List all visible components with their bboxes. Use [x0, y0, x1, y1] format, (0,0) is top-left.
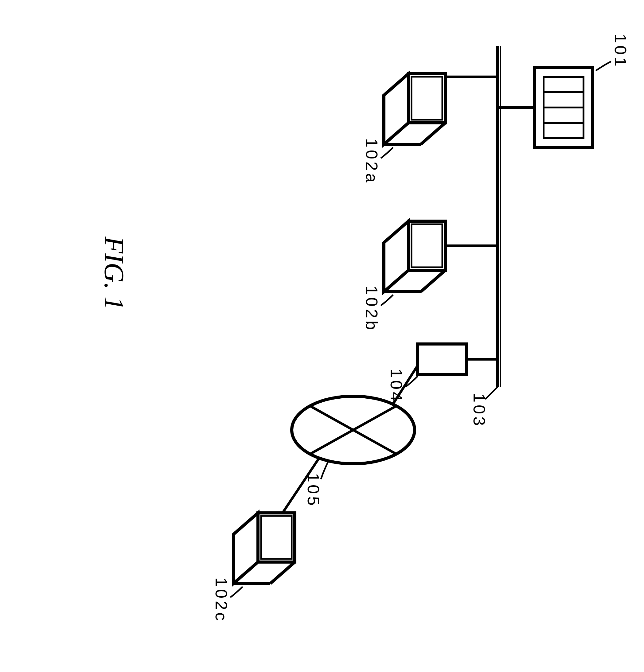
client-b-icon [384, 221, 445, 292]
label-client-a: 102a [362, 138, 381, 185]
label-client-c: 102c [212, 577, 231, 623]
router-icon [418, 344, 467, 375]
svg-line-28 [270, 562, 295, 584]
figure-caption: FIG. 1 [98, 237, 130, 310]
client-c-icon [234, 513, 295, 584]
svg-rect-18 [418, 344, 467, 375]
svg-rect-13 [412, 224, 442, 267]
svg-rect-7 [412, 77, 442, 120]
network-cloud-icon [292, 396, 415, 464]
diagram-svg [15, 15, 630, 657]
svg-line-10 [421, 123, 445, 144]
svg-line-16 [421, 270, 445, 292]
client-a-icon [384, 74, 445, 144]
label-cloud: 105 [304, 473, 323, 508]
svg-rect-6 [408, 74, 445, 123]
label-client-b: 102b [362, 286, 381, 332]
network-diagram: 101 102a 102b 102c 103 104 105 FIG. 1 [15, 15, 630, 657]
label-router: 104 [387, 369, 406, 404]
svg-rect-25 [261, 516, 292, 559]
svg-rect-12 [408, 221, 445, 270]
svg-rect-24 [258, 513, 295, 562]
label-server: 101 [611, 34, 630, 69]
label-bus: 103 [470, 393, 489, 428]
server-icon [534, 68, 593, 147]
